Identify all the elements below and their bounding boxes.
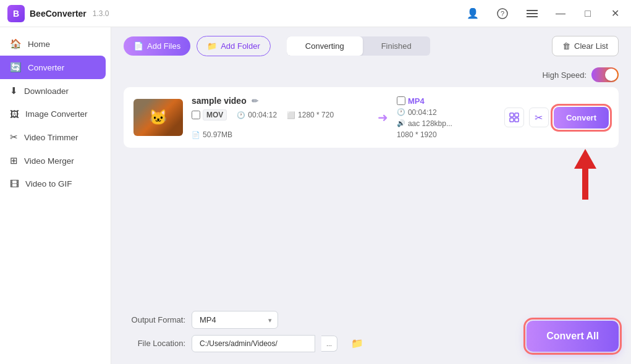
svg-rect-5: [510, 113, 514, 117]
convert-all-wrapper: Convert All: [527, 321, 619, 352]
app-version: 1.3.0: [93, 9, 109, 18]
file-thumbnail: [133, 99, 183, 136]
file-item: sample video ✏ MOV 🕐 00:04:12: [124, 87, 619, 148]
menu-icon[interactable]: [522, 4, 542, 23]
file-name: sample video ✏: [192, 96, 369, 106]
output-format-checkbox[interactable]: [397, 96, 405, 105]
sidebar-item-image-converter-label: Image Converter: [25, 109, 88, 119]
sidebar: 🏠 Home 🔄 Converter ⬇ Downloader 🖼 Image …: [0, 27, 111, 364]
sidebar-item-video-gif-label: Video to GIF: [25, 179, 72, 188]
clock-icon: 🕐: [237, 111, 245, 119]
sidebar-item-video-merger-label: Video Merger: [24, 156, 74, 166]
settings-icon[interactable]: [504, 108, 524, 127]
home-icon: 🏠: [10, 38, 22, 49]
maximize-button[interactable]: □: [579, 5, 596, 22]
file-size-icon: 📄: [192, 131, 200, 139]
high-speed-toggle[interactable]: [591, 67, 619, 82]
sidebar-item-home-label: Home: [28, 40, 50, 49]
add-files-button[interactable]: 📄 Add Files: [124, 36, 190, 56]
converter-icon: 🔄: [10, 62, 22, 73]
output-clock-icon: 🕐: [397, 108, 405, 116]
cut-icon[interactable]: ✂: [529, 108, 549, 127]
app-logo: B: [7, 5, 25, 22]
downloader-icon: ⬇: [10, 85, 18, 96]
close-button[interactable]: ✕: [606, 5, 624, 22]
sidebar-item-video-trimmer-label: Video Trimmer: [24, 133, 78, 142]
file-info: sample video ✏ MOV 🕐 00:04:12: [192, 96, 369, 139]
main-content: 📄 Add Files 📁 Add Folder Converting Fini…: [111, 27, 631, 364]
tab-finished[interactable]: Finished: [363, 36, 430, 56]
file-list-area: sample video ✏ MOV 🕐 00:04:12: [111, 87, 631, 305]
svg-rect-6: [515, 113, 519, 117]
sidebar-item-home[interactable]: 🏠 Home: [0, 32, 111, 56]
output-res-row: 1080 * 1920: [397, 130, 496, 139]
annotation-arrow-container: [574, 149, 596, 200]
tab-group: Converting Finished: [287, 36, 430, 56]
output-duration-row: 🕐 00:04:12: [397, 108, 496, 117]
add-folder-button[interactable]: 📁 Add Folder: [197, 36, 271, 56]
sidebar-item-video-trimmer[interactable]: ✂ Video Trimmer: [0, 125, 111, 149]
main-layout: 🏠 Home 🔄 Converter ⬇ Downloader 🖼 Image …: [0, 27, 631, 364]
arrow-stem: [582, 169, 588, 200]
input-duration: 🕐 00:04:12: [237, 109, 277, 121]
annotation-area: [124, 149, 619, 200]
file-location-input[interactable]: [192, 335, 315, 352]
add-files-label: Add Files: [147, 41, 180, 51]
svg-rect-7: [510, 118, 514, 122]
convert-all-button[interactable]: Convert All: [527, 321, 619, 352]
minimize-button[interactable]: —: [552, 5, 569, 22]
svg-text:?: ?: [501, 10, 504, 17]
format-checkbox[interactable]: [192, 111, 200, 119]
file-meta: MOV 🕐 00:04:12 ⬜ 1280 * 720 📄 50.97M: [192, 109, 369, 139]
titlebar-icons: 👤 ? — □ ✕: [463, 4, 624, 23]
input-format: MOV: [192, 109, 227, 121]
clear-list-button[interactable]: 🗑 Clear List: [552, 36, 619, 56]
output-resolution-icon: 🔊: [397, 119, 405, 127]
video-trimmer-icon: ✂: [10, 132, 18, 143]
edit-icon[interactable]: ✏: [252, 96, 258, 106]
sidebar-item-converter[interactable]: 🔄 Converter: [0, 56, 106, 79]
resolution-icon: ⬜: [287, 111, 295, 119]
input-resolution: ⬜ 1280 * 720: [287, 109, 334, 121]
file-actions: ✂ Convert: [504, 107, 609, 129]
user-icon[interactable]: 👤: [463, 4, 483, 23]
svg-rect-8: [515, 118, 519, 122]
video-gif-icon: 🎞: [10, 179, 19, 189]
tab-converting[interactable]: Converting: [287, 36, 363, 56]
high-speed-label: High Speed:: [542, 70, 587, 80]
sidebar-item-converter-label: Converter: [28, 63, 64, 72]
output-resolution-row: 🔊 aac 128kbp...: [397, 119, 496, 128]
clear-icon: 🗑: [562, 41, 570, 51]
format-select-wrapper: MP4 MOV AVI MKV: [192, 311, 278, 329]
toolbar: 📄 Add Files 📁 Add Folder Converting Fini…: [111, 27, 631, 65]
sidebar-item-downloader-label: Downloader: [24, 87, 69, 96]
clear-label: Clear List: [574, 41, 608, 51]
input-format-badge: MOV: [203, 109, 227, 121]
input-size: 📄 50.97MB: [192, 130, 232, 139]
output-info: MP4 🕐 00:04:12 🔊 aac 128kbp... 1080 * 19…: [397, 96, 496, 139]
sidebar-item-video-gif[interactable]: 🎞 Video to GIF: [0, 172, 111, 195]
arrow-icon: ➜: [378, 110, 388, 125]
sidebar-item-video-merger[interactable]: ⊞ Video Merger: [0, 149, 111, 172]
arrow-up-icon: [574, 149, 596, 169]
add-folder-label: Add Folder: [221, 41, 260, 51]
file-location-label: File Location:: [124, 339, 185, 348]
app-name: BeeConverter: [30, 9, 87, 19]
add-folder-icon: 📁: [207, 41, 217, 51]
add-files-icon: 📄: [133, 41, 143, 51]
speed-row: High Speed:: [111, 65, 631, 87]
help-icon[interactable]: ?: [493, 4, 512, 23]
output-format-label: Output Format:: [124, 315, 185, 324]
titlebar: B BeeConverter 1.3.0 👤 ? — □ ✕: [0, 0, 631, 27]
output-format-row: MP4: [397, 96, 496, 106]
location-dots-button[interactable]: ...: [321, 336, 337, 352]
format-select[interactable]: MP4 MOV AVI MKV: [192, 311, 278, 329]
sidebar-item-downloader[interactable]: ⬇ Downloader: [0, 79, 111, 103]
sidebar-item-image-converter[interactable]: 🖼 Image Converter: [0, 103, 111, 125]
video-merger-icon: ⊞: [10, 155, 18, 166]
image-converter-icon: 🖼: [10, 109, 19, 119]
browse-folder-button[interactable]: 📁: [346, 334, 368, 353]
toggle-knob: [605, 69, 617, 81]
convert-button[interactable]: Convert: [554, 107, 609, 129]
